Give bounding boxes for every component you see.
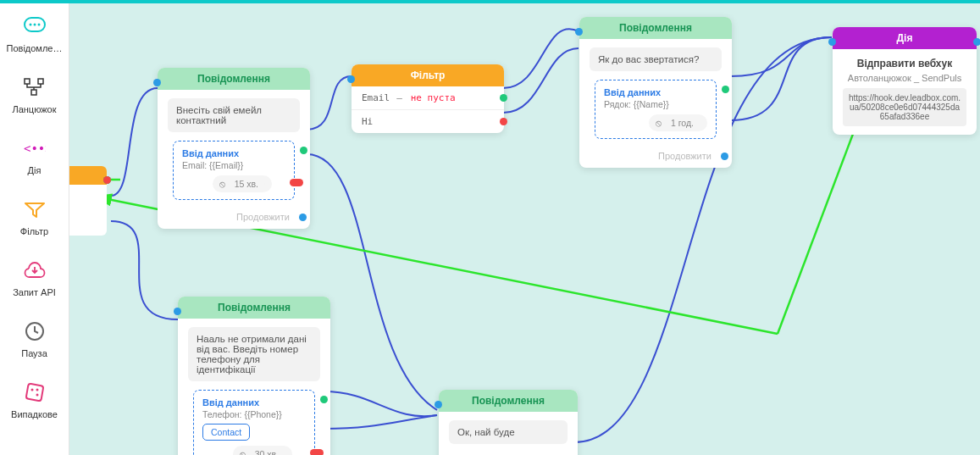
- sidebar-item-action[interactable]: <••> Дія: [0, 125, 69, 186]
- dice-icon: [23, 380, 47, 404]
- continue-label[interactable]: Продовжити: [579, 147, 732, 168]
- node-header: Повідомлення: [178, 297, 330, 319]
- sidebar-item-random[interactable]: Випадкове: [0, 369, 69, 430]
- node-action-webhook[interactable]: Дія Відправити вебхук Автоланцюжок _ Sen…: [833, 27, 977, 135]
- wait-label: ⦸ 15 хв.: [213, 175, 272, 192]
- svg-rect-6: [31, 90, 36, 95]
- sidebar-item-label: Ланцюжок: [12, 104, 56, 114]
- sidebar-item-chain[interactable]: Ланцюжок: [0, 64, 69, 125]
- sidebar-item-message[interactable]: Повідомле…: [0, 3, 69, 64]
- input-sub: Телефон: {{Phone}}: [202, 409, 306, 419]
- chat-icon: [23, 14, 47, 38]
- message-text: Як до вас звертатися?: [590, 47, 722, 71]
- svg-rect-4: [25, 79, 30, 84]
- svg-point-11: [36, 394, 38, 397]
- sidebar-item-label: Випадкове: [11, 409, 58, 419]
- flow-canvas[interactable]: Повідомлення Внесіть свій емейл контактн…: [69, 3, 980, 455]
- clock-icon: [23, 319, 47, 343]
- node-message-ok[interactable]: Повідомлення Ок, най буде Продовжити: [439, 390, 578, 455]
- node-message-phone[interactable]: Повідомлення Нааль не отримали дані від …: [178, 297, 330, 455]
- wait-label: ⦸ 1 год.: [649, 114, 707, 131]
- flow-icon: [23, 75, 47, 99]
- input-title: Ввід данних: [604, 87, 707, 97]
- node-header: Повідомлення: [439, 390, 578, 412]
- api-icon: [23, 258, 47, 282]
- input-title: Ввід данних: [202, 397, 306, 408]
- svg-text:<••>: <••>: [24, 141, 46, 155]
- sidebar: Повідомле… Ланцюжок <••> Дія Фільтр Запи…: [0, 3, 69, 455]
- node-header: Фільтр: [352, 64, 504, 86]
- filter-row[interactable]: Email — не пуста: [352, 86, 504, 110]
- sidebar-item-api[interactable]: Запит API: [0, 247, 69, 308]
- svg-rect-5: [38, 79, 43, 84]
- input-block[interactable]: Ввід данних Рядок: {{Name}} ⦸ 1 год.: [595, 80, 717, 139]
- svg-point-1: [29, 24, 31, 26]
- sidebar-item-filter[interactable]: Фільтр: [0, 186, 69, 247]
- node-header: Дія: [833, 27, 977, 49]
- sidebar-item-label: Пауза: [21, 348, 47, 358]
- message-text: Внесіть свій емейл контактний: [168, 98, 300, 132]
- action-icon: <••>: [23, 136, 47, 160]
- input-block[interactable]: Ввід данних Email: {{Email}} ⦸ 15 хв.: [173, 141, 295, 200]
- input-sub: Рядок: {{Name}}: [604, 99, 707, 109]
- contact-chip[interactable]: Contact: [202, 424, 250, 441]
- message-text: Ок, най буде: [449, 420, 568, 444]
- node-message-email[interactable]: Повідомлення Внесіть свій емейл контактн…: [158, 68, 310, 229]
- filter-row[interactable]: Ні: [352, 110, 504, 133]
- continue-label[interactable]: Продовжити: [158, 208, 310, 229]
- message-text: Нааль не отримали дані від вас. Введіть …: [188, 327, 320, 381]
- action-title: Відправити вебхук: [843, 58, 966, 69]
- svg-point-2: [33, 24, 36, 26]
- action-url: https://hook.dev.leadbox.com.ua/50208ce0…: [843, 88, 966, 126]
- svg-point-10: [30, 389, 33, 391]
- input-title: Ввід данних: [182, 148, 285, 158]
- input-sub: Email: {{Email}}: [182, 160, 285, 170]
- node-filter[interactable]: Фільтр Email — не пуста Ні: [352, 64, 504, 133]
- svg-point-3: [37, 24, 40, 26]
- wait-label: ⦸ 30 хв.: [233, 446, 292, 455]
- action-sub: Автоланцюжок _ SendPuls: [843, 73, 966, 83]
- svg-point-12: [36, 389, 38, 391]
- input-block[interactable]: Ввід данних Телефон: {{Phone}} Contact ⦸…: [193, 390, 315, 455]
- sidebar-item-label: Дія: [28, 165, 42, 175]
- filter-icon: [23, 197, 47, 221]
- partial-node[interactable]: [69, 166, 107, 236]
- sidebar-item-label: Запит API: [13, 287, 56, 297]
- sidebar-item-pause[interactable]: Пауза: [0, 308, 69, 369]
- svg-rect-9: [25, 384, 43, 402]
- node-header: Повідомлення: [579, 17, 732, 39]
- node-header: Повідомлення: [158, 68, 310, 90]
- sidebar-item-label: Фільтр: [20, 226, 48, 236]
- node-message-name[interactable]: Повідомлення Як до вас звертатися? Ввід …: [579, 17, 732, 168]
- sidebar-item-label: Повідомле…: [7, 43, 63, 53]
